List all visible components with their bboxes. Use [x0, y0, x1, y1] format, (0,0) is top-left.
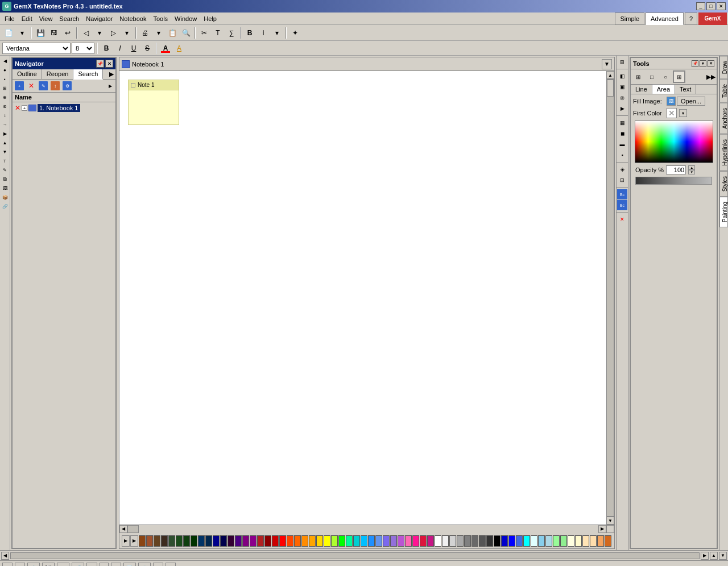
new-dropdown[interactable]: ▾: [16, 27, 28, 39]
left-tool-1[interactable]: ◀: [1, 57, 9, 65]
color-swatch[interactable]: [553, 535, 560, 547]
simple-view-button[interactable]: Simple: [615, 13, 644, 25]
color-swatch[interactable]: [242, 535, 249, 547]
left-tool-8[interactable]: →: [1, 120, 9, 128]
menu-window[interactable]: Window: [171, 14, 200, 23]
color-swatch[interactable]: [176, 535, 183, 547]
info-button[interactable]: i: [257, 27, 270, 39]
save-button[interactable]: 💾: [34, 27, 47, 39]
tools-expand-button[interactable]: ▾: [700, 60, 706, 67]
bottom-scroll-up[interactable]: ▲: [710, 552, 718, 560]
color-swatch[interactable]: [435, 535, 441, 547]
color-swatch[interactable]: [383, 535, 390, 547]
color-swatch[interactable]: [545, 535, 552, 547]
draw-tool-4[interactable]: ▶: [617, 103, 627, 114]
color-swatch[interactable]: [331, 535, 338, 547]
draw-tool-10[interactable]: ⊡: [617, 175, 627, 185]
color-swatch[interactable]: [198, 535, 205, 547]
tool-icon-select[interactable]: ⊞: [632, 70, 644, 83]
left-tool-3[interactable]: ▪: [1, 75, 9, 83]
color-swatch[interactable]: [508, 535, 515, 547]
font-size-select[interactable]: 8: [72, 43, 94, 54]
color-swatch[interactable]: [161, 535, 168, 547]
color-swatch[interactable]: [390, 535, 397, 547]
formula-button[interactable]: ∑: [225, 27, 238, 39]
new-button[interactable]: 📄: [2, 27, 15, 39]
color-swatch[interactable]: [479, 535, 486, 547]
draw-image-2[interactable]: Bc: [617, 200, 627, 210]
minimize-button[interactable]: _: [696, 2, 705, 10]
color-swatch[interactable]: [287, 535, 293, 547]
color-swatch[interactable]: [183, 535, 190, 547]
menu-notebook[interactable]: Notebook: [116, 14, 150, 23]
scroll-thumb[interactable]: [607, 80, 614, 97]
status-prev-button[interactable]: ◀: [153, 563, 163, 567]
color-swatch[interactable]: [560, 535, 567, 547]
left-tool-12[interactable]: T: [1, 157, 9, 165]
nav-expand-right[interactable]: ▶: [106, 82, 114, 90]
undo2-button[interactable]: ◁: [80, 27, 92, 39]
opacity-input[interactable]: [666, 165, 686, 174]
nav-tab-reopen[interactable]: Reopen: [42, 69, 74, 79]
tool-icon-rect[interactable]: □: [646, 70, 658, 83]
draw-tool-2[interactable]: ▣: [617, 82, 627, 92]
strikethrough-format-button[interactable]: S: [141, 43, 154, 54]
color-swatch[interactable]: [301, 535, 308, 547]
color-swatch[interactable]: [449, 535, 456, 547]
color-swatch[interactable]: [442, 535, 449, 547]
color-swatch[interactable]: [590, 535, 597, 547]
tab-table[interactable]: Table: [719, 79, 728, 103]
color-swatch[interactable]: [346, 535, 353, 547]
left-tool-10[interactable]: ▲: [1, 139, 9, 147]
bottom-scroll-down[interactable]: ▼: [719, 552, 727, 560]
notebook-canvas[interactable]: Note 1: [119, 71, 606, 525]
nav-pin-button[interactable]: 📌: [96, 60, 104, 68]
draw-select-button[interactable]: ⊞: [617, 57, 627, 67]
tree-notebook-label[interactable]: 1. Notebook 1: [38, 104, 80, 112]
color-swatch[interactable]: [531, 535, 537, 547]
opacity-up-button[interactable]: ▲: [688, 165, 695, 170]
color-swatch[interactable]: [538, 535, 545, 547]
print-dropdown[interactable]: ▾: [152, 27, 165, 39]
color-swatch[interactable]: [205, 535, 212, 547]
color-swatch[interactable]: [250, 535, 257, 547]
color-swatch[interactable]: [279, 535, 286, 547]
bottom-scroll-track[interactable]: [10, 552, 700, 559]
tag-button[interactable]: T: [212, 27, 224, 39]
color-swatch[interactable]: [368, 535, 375, 547]
help-icon-button[interactable]: ?: [685, 13, 697, 25]
status-clipboard-button[interactable]: 📋: [27, 563, 40, 567]
tools-pin-button[interactable]: 📌: [692, 60, 698, 67]
nav-tab-outline[interactable]: Outline: [13, 69, 42, 79]
tab-hyperlinks[interactable]: Hyperlinks: [719, 134, 728, 171]
color-swatch[interactable]: [398, 535, 404, 547]
color-swatch[interactable]: [353, 535, 360, 547]
opacity-down-button[interactable]: ▼: [688, 170, 695, 174]
color-swatch[interactable]: [464, 535, 471, 547]
advanced-view-button[interactable]: Advanced: [646, 13, 684, 25]
nav-edit-button[interactable]: ✎: [38, 81, 49, 91]
color-swatch[interactable]: [575, 535, 582, 547]
draw-tool-6[interactable]: ◼: [617, 128, 627, 139]
color-swatch[interactable]: [316, 535, 323, 547]
cut-button[interactable]: ✂: [198, 27, 210, 39]
draw-tool-1[interactable]: ◧: [617, 71, 627, 81]
nav-delete-button[interactable]: ✕: [26, 81, 37, 91]
first-color-arrow[interactable]: ▾: [679, 109, 687, 117]
pagesetup-button[interactable]: 📋: [166, 27, 179, 39]
nav-expand-button[interactable]: ▶: [107, 69, 115, 79]
draw-tool-7[interactable]: ▬: [617, 139, 627, 149]
menu-tools[interactable]: Tools: [150, 14, 171, 23]
left-tool-15[interactable]: 🖼: [1, 184, 9, 192]
draw-delete-button[interactable]: ✕: [617, 214, 627, 224]
color-swatch[interactable]: [457, 535, 464, 547]
color-swatch[interactable]: [272, 535, 279, 547]
tools-more-button[interactable]: ▶▶: [706, 73, 715, 81]
color-swatch[interactable]: [264, 535, 271, 547]
status-back-button[interactable]: ◀: [2, 563, 13, 567]
status-save-button[interactable]: 💾: [42, 563, 55, 567]
nav-close-button[interactable]: ✕: [105, 60, 113, 68]
tab-painting[interactable]: Painting: [719, 197, 728, 227]
color-swatch[interactable]: [139, 535, 146, 547]
color-swatch[interactable]: [582, 535, 589, 547]
